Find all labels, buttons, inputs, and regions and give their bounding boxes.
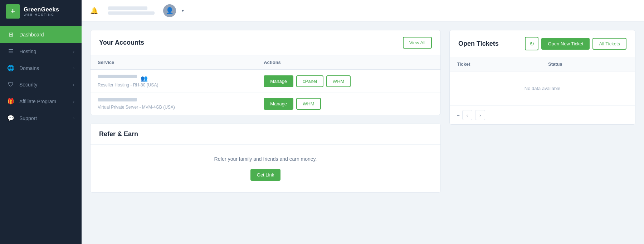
table-row: No data available	[450, 71, 635, 106]
tickets-header-buttons: ↻ Open New Ticket All Tickets	[525, 37, 626, 50]
cpanel-button[interactable]: cPanel	[296, 75, 323, 87]
accounts-card: Your Accounts View All Service Actions 👥…	[90, 30, 441, 115]
refer-card-header: Refer & Earn	[91, 124, 440, 145]
sidebar-item-domains[interactable]: 🌐 Domains ›	[0, 60, 82, 76]
service-description: Reseller Hosting - RH-80 (USA)	[98, 83, 249, 88]
avatar[interactable]: 👤	[163, 4, 176, 17]
refer-card-body: Refer your family and friends and earn m…	[91, 145, 440, 192]
prev-page-button[interactable]: ‹	[462, 110, 472, 120]
actions-col-header: Actions	[257, 55, 440, 70]
whm-button[interactable]: WHM	[296, 98, 321, 110]
refer-description: Refer your family and friends and earn m…	[99, 156, 432, 162]
pagination: – ‹ ›	[450, 105, 635, 124]
tickets-card-title: Open Tickets	[458, 40, 499, 48]
logo: + GreenGeeks WEB HOSTING	[0, 0, 82, 23]
sidebar-item-label: Affiliate Program	[19, 99, 56, 104]
manage-button[interactable]: Manage	[264, 75, 293, 87]
sidebar-item-label: Domains	[19, 65, 39, 71]
table-row: 👥 Reseller Hosting - RH-80 (USA) Managec…	[91, 70, 440, 93]
tickets-card: Open Tickets ↻ Open New Ticket All Ticke…	[449, 30, 635, 125]
username-blur	[108, 6, 147, 10]
content-area: Your Accounts View All Service Actions 👥…	[82, 21, 644, 244]
logo-text: GreenGeeks WEB HOSTING	[24, 6, 59, 16]
actions-cell: ManageWHM	[257, 93, 440, 115]
security-icon: 🛡	[7, 81, 14, 88]
chevron-right-icon: ›	[73, 83, 74, 87]
sidebar-item-label: Security	[19, 82, 38, 88]
sidebar-item-support[interactable]: 💬 Support ›	[0, 110, 82, 126]
service-cell: Virtual Private Server - MVM-4GB (USA)	[91, 93, 257, 115]
accounts-table: Service Actions 👥 Reseller Hosting - RH-…	[91, 55, 440, 115]
email-blur	[108, 11, 155, 15]
no-data-message: No data available	[450, 71, 635, 106]
sidebar-item-dashboard[interactable]: ⊞ Dashboard	[0, 26, 82, 43]
all-tickets-button[interactable]: All Tickets	[592, 38, 626, 50]
users-icon: 👥	[141, 75, 148, 81]
logo-brand: GreenGeeks	[24, 6, 59, 13]
sidebar-item-label: Hosting	[19, 49, 36, 54]
left-panel: Your Accounts View All Service Actions 👥…	[90, 30, 441, 193]
header: 🔔 👤 ▾	[82, 0, 644, 21]
service-description: Virtual Private Server - MVM-4GB (USA)	[98, 105, 249, 110]
whm-button[interactable]: WHM	[326, 75, 351, 87]
main-area: 🔔 👤 ▾ Your Accounts View All Service	[82, 0, 644, 244]
chevron-right-icon: ›	[73, 66, 74, 70]
accounts-card-title: Your Accounts	[99, 39, 144, 46]
support-icon: 💬	[7, 115, 14, 121]
dashboard-icon: ⊞	[7, 31, 14, 38]
logo-icon: +	[6, 4, 20, 19]
sidebar-item-affiliate[interactable]: 🎁 Affiliate Program ›	[0, 93, 82, 110]
service-name-blur	[98, 75, 137, 78]
refer-card-title: Refer & Earn	[99, 130, 138, 138]
sidebar-item-label: Support	[19, 115, 37, 121]
manage-button[interactable]: Manage	[264, 98, 293, 110]
action-buttons: ManagecPanelWHM	[264, 75, 433, 87]
domains-icon: 🌐	[7, 65, 14, 71]
sidebar-item-hosting[interactable]: ☰ Hosting ›	[0, 43, 82, 60]
tickets-card-header: Open Tickets ↻ Open New Ticket All Ticke…	[450, 30, 635, 57]
ticket-col-header: Ticket	[450, 57, 541, 71]
sidebar-nav: ⊞ Dashboard ☰ Hosting › 🌐 Domains › 🛡 Se…	[0, 23, 82, 244]
chevron-right-icon: ›	[73, 99, 74, 104]
bell-icon[interactable]: 🔔	[90, 7, 98, 15]
service-cell: 👥 Reseller Hosting - RH-80 (USA)	[91, 70, 257, 93]
chevron-down-icon[interactable]: ▾	[182, 8, 184, 13]
next-page-button[interactable]: ›	[475, 110, 485, 120]
actions-cell: ManagecPanelWHM	[257, 70, 440, 93]
refresh-button[interactable]: ↻	[525, 37, 538, 50]
status-col-header: Status	[541, 57, 635, 71]
accounts-card-header: Your Accounts View All	[91, 30, 440, 55]
sidebar-item-label: Dashboard	[19, 32, 44, 38]
chevron-right-icon: ›	[73, 116, 74, 120]
tickets-table: Ticket Status No data available	[450, 57, 635, 105]
pagination-separator: –	[457, 113, 459, 118]
chevron-right-icon: ›	[73, 49, 74, 54]
sidebar: + GreenGeeks WEB HOSTING ⊞ Dashboard ☰ H…	[0, 0, 82, 244]
action-buttons: ManageWHM	[264, 98, 433, 110]
logo-sub: WEB HOSTING	[24, 13, 59, 16]
service-col-header: Service	[91, 55, 257, 70]
user-info	[108, 6, 155, 15]
sidebar-item-security[interactable]: 🛡 Security ›	[0, 76, 82, 93]
table-row: Virtual Private Server - MVM-4GB (USA) M…	[91, 93, 440, 115]
hosting-icon: ☰	[7, 48, 14, 55]
refer-card: Refer & Earn Refer your family and frien…	[90, 124, 441, 193]
right-panel: Open Tickets ↻ Open New Ticket All Ticke…	[449, 30, 635, 125]
view-all-button[interactable]: View All	[403, 37, 432, 49]
service-name-blur	[98, 98, 137, 101]
get-link-button[interactable]: Get Link	[250, 169, 280, 181]
affiliate-icon: 🎁	[7, 98, 14, 105]
open-new-ticket-button[interactable]: Open New Ticket	[541, 38, 590, 50]
